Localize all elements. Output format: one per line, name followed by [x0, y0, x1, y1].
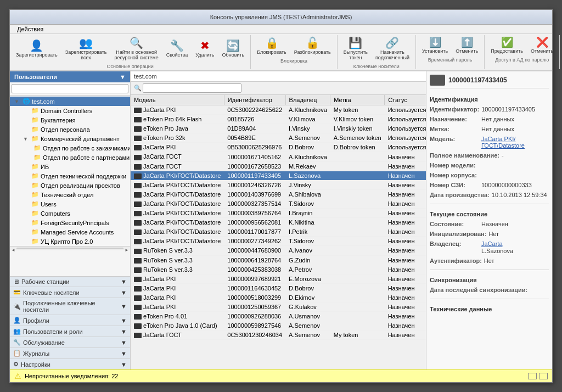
table-row[interactable]: JaCarta PKI/ГОСТ/Datastore10000002773492…	[131, 237, 426, 246]
menu-actions[interactable]: Действия	[13, 25, 48, 33]
install-password-button[interactable]: ⬇️ Установить	[419, 35, 451, 56]
owner-value-link[interactable]: JaCarta	[481, 240, 513, 247]
cell-owner: T.Sidorov	[285, 199, 330, 208]
col-label[interactable]: Метка	[330, 95, 385, 105]
table-row[interactable]: JaCarta PKI1000000997689921E.MorozovaНаз…	[131, 274, 426, 283]
sidebar-item-foreign[interactable]: 📁 ForeignSecurityPrincipals	[19, 218, 130, 227]
tree-label: Managed Service Accounts	[41, 229, 114, 236]
table-search-input[interactable]	[143, 83, 241, 93]
properties-icon: 🔧	[170, 40, 184, 51]
sidebar-item-tech-support[interactable]: 📁 Отдел технической поддержки	[19, 171, 130, 181]
cell-label	[330, 171, 385, 180]
connected-media-label: Подключенные ключевые носители	[23, 300, 119, 313]
cell-status: Назначен	[385, 152, 426, 161]
col-owner[interactable]: Владелец	[285, 95, 330, 105]
table-row[interactable]: JaCarta PKI0B53000625296976D.BobrovD.Bob…	[131, 143, 426, 152]
unblock-button[interactable]: 🔓 Разблокировать	[291, 35, 334, 57]
sidebar-item-users[interactable]: 📁 Users	[19, 199, 130, 209]
block-button[interactable]: 🔒 Блокировать	[254, 35, 289, 57]
table-row[interactable]: eToken Pro 64k Flash00185726V.KlimovaV.K…	[131, 115, 426, 124]
table-row[interactable]: eToken Pro Java01D89A04I.VinskyI.Vinskiy…	[131, 124, 426, 133]
table-row[interactable]: JaCarta PKI1000001164630452D.BobrovНазна…	[131, 283, 426, 293]
table-row[interactable]: RuToken S ver.3.31000000447680900A.Ivano…	[131, 246, 426, 255]
list-panel: 🔍 Модель Идентификатор Владелец Метка Ст…	[131, 82, 426, 369]
sidebar-item-computers[interactable]: 📁 Computers	[19, 209, 130, 218]
divider-3	[430, 299, 549, 299]
sidebar-item-zakazchiki[interactable]: 📁 Отдел по работе с заказчиками	[27, 143, 130, 153]
col-model[interactable]: Модель	[131, 95, 224, 105]
sidebar-section-workstations-header[interactable]: 🖥 Рабочие станции ▼	[10, 277, 130, 287]
sidebar-search-input[interactable]	[12, 84, 128, 93]
sidebar-item-personal[interactable]: 📁 Отдел персонала	[19, 125, 130, 134]
sidebar-item-domain-controllers[interactable]: 📁 Domain Controllers	[19, 106, 130, 115]
sidebar-item-projects[interactable]: 📁 Отдел реализации проектов	[19, 181, 130, 190]
cell-owner: K.Nikitina	[285, 218, 330, 227]
sidebar-section-key-media-header[interactable]: 💳 Ключевые носители ▼	[10, 287, 130, 298]
assign-connected-button[interactable]: 🔗 Назначитьподключенный	[372, 35, 413, 63]
cell-label	[330, 321, 385, 331]
model-value[interactable]: JaCarta PKI/ГОСТ/Datastore	[481, 136, 549, 149]
cell-model: JaCarta ГОСТ	[131, 331, 224, 340]
table-row[interactable]: JaCarta ГОСТ1000001671405162A.Kluchnikov…	[131, 152, 426, 161]
provide-access-button[interactable]: ✅ Предоставить	[487, 35, 526, 56]
folder-icon: 📁	[31, 172, 39, 180]
sidebar-item-buhgalteriya[interactable]: 📁 Бухгалтерия	[19, 115, 130, 125]
revoke-access-button[interactable]: ❌ Отменить	[527, 35, 557, 56]
release-token-button[interactable]: 💾 Выпуститьтокен	[340, 35, 371, 63]
sidebar-section-service-header[interactable]: 🔧 Обслуживание ▼	[10, 337, 130, 348]
refresh-button[interactable]: 🔄 Обновить	[219, 38, 248, 60]
sidebar-section-profiles-header[interactable]: 👤 Профили ▼	[10, 315, 130, 326]
find-button[interactable]: 🔍 Найти в основнойресурсной системе	[111, 35, 161, 63]
cell-owner: A.Usmanov	[285, 312, 330, 321]
table-row[interactable]: eToken Pro 32k0054B89EA.SemenovA.Semenov…	[131, 133, 426, 143]
sidebar-section-key-media: 💳 Ключевые носители ▼	[10, 287, 130, 298]
table-row[interactable]: JaCarta PKI1000001250059367G.KulakovНазн…	[131, 302, 426, 311]
body-number-label: Номер корпуса:	[430, 172, 479, 178]
block-icon: 🔒	[265, 37, 279, 48]
sidebar-item-managed-accounts[interactable]: 📁 Managed Service Accounts	[19, 227, 130, 237]
delete-button[interactable]: ✖ Удалить	[192, 38, 217, 60]
cell-owner: D.Bobrov	[285, 143, 330, 152]
cell-label: My token	[330, 105, 385, 115]
col-id[interactable]: Идентификатор	[224, 95, 285, 105]
sidebar-section-users-roles-header[interactable]: 👥 Пользователи и роли ▼	[10, 326, 130, 337]
sidebar-section-journals: 📋 Журналы ▼	[10, 348, 130, 359]
cell-owner: A.Petrov	[285, 265, 330, 274]
sidebar-item-ib[interactable]: 📁 ИБ	[19, 162, 130, 171]
table-row[interactable]: JaCarta ГОСТ0C53001230246034A.SemenovMy …	[131, 331, 426, 340]
properties-button[interactable]: 🔧 Свойства	[163, 38, 192, 60]
register-all-button[interactable]: 👥 Зарегистрироватьвсех	[62, 35, 110, 63]
table-row[interactable]: JaCarta PKI/ГОСТ/Datastore10000011974334…	[131, 171, 426, 180]
table-row[interactable]: JaCarta PKI1000000518003299D.EkimovНазна…	[131, 293, 426, 302]
table-row[interactable]: JaCarta PKI0C53002224625622A.Kluchnikova…	[131, 105, 426, 115]
sidebar-collapse-icon[interactable]: ▼	[120, 74, 126, 80]
cancel-password-button[interactable]: ⬆️ Отменить	[452, 35, 481, 56]
card-icon	[134, 286, 142, 292]
register-button[interactable]: 👤 Зарегистрировать	[13, 38, 61, 60]
sidebar-section-connected-media-header[interactable]: 🔌 Подключенные ключевые носители ▼	[10, 298, 130, 315]
table-row[interactable]: JaCarta PKI/ГОСТ/Datastore10000009565620…	[131, 218, 426, 227]
table-row[interactable]: eToken Pro 4.011000000926288036A.Usmanov…	[131, 312, 426, 321]
sidebar-item-partnery[interactable]: 📁 Отдел по работе с партнерами	[27, 153, 130, 162]
table-row[interactable]: JaCarta ГОСТ1000001672658523M.RekaevНазн…	[131, 161, 426, 171]
table-row[interactable]: JaCarta PKI/ГОСТ/Datastore10000012463267…	[131, 180, 426, 189]
table-row[interactable]: JaCarta PKI/ГОСТ/Datastore10000003273575…	[131, 199, 426, 208]
sidebar-item-tech-otdel[interactable]: 📁 Технический отдел	[19, 190, 130, 199]
cell-id: 1000000956562081	[224, 218, 285, 227]
table-row[interactable]: RuToken S ver.3.31000000641928764G.Zudin…	[131, 255, 426, 265]
table-row[interactable]: RuToken S ver.3.31000000425383038A.Petro…	[131, 265, 426, 274]
table-row[interactable]: JaCarta PKI/ГОСТ/Datastore10000014039766…	[131, 189, 426, 199]
cell-id: 00185726	[224, 115, 285, 124]
sidebar-section-journals-header[interactable]: 📋 Журналы ▼	[10, 348, 130, 359]
sidebar-item-testcom[interactable]: ▼ 🌐 test.com	[10, 97, 130, 106]
table-row[interactable]: JaCarta PKI/ГОСТ/Datastore10000011700178…	[131, 227, 426, 237]
cell-model: JaCarta PKI	[131, 283, 224, 293]
table-row[interactable]: eToken Pro Java 1.0 (Card)10000005989275…	[131, 321, 426, 331]
sidebar-section-settings-header[interactable]: ⚙ Настройки ▼	[10, 359, 130, 369]
purpose-label: Назначение:	[430, 116, 479, 122]
sidebar-item-komm[interactable]: ▼ 📁 Коммерческий департамент	[19, 134, 130, 143]
sidebar-item-uc-crypto[interactable]: 📁 УЦ Крипто Про 2.0	[19, 237, 130, 246]
table-row[interactable]: JaCarta PKI/ГОСТ/Datastore10000003897567…	[131, 209, 426, 218]
col-status[interactable]: Статус	[385, 95, 426, 105]
cell-label	[330, 227, 385, 237]
